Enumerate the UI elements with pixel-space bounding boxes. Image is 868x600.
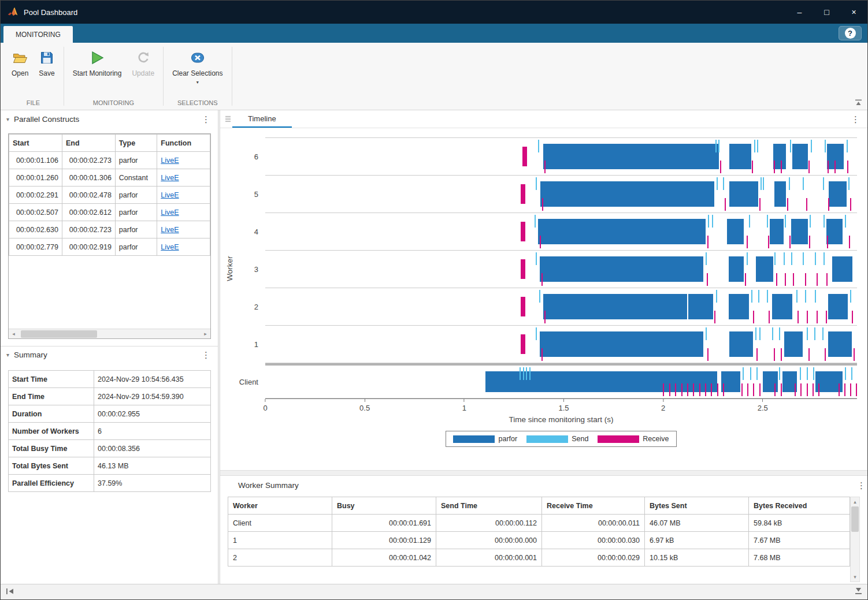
parfor-bar[interactable] bbox=[729, 294, 748, 319]
summary-table: Start Time2024-Nov-29 10:54:56.435End Ti… bbox=[8, 370, 211, 492]
vscrollbar-thumb[interactable] bbox=[851, 506, 859, 532]
function-link[interactable]: LiveE bbox=[161, 208, 179, 217]
function-link[interactable]: LiveE bbox=[161, 191, 179, 199]
receive-tick bbox=[795, 383, 796, 396]
receive-block[interactable] bbox=[522, 147, 527, 166]
receive-block[interactable] bbox=[521, 184, 525, 204]
construct-row[interactable]: 00:00:01.26000:00:01.306ConstantLiveE bbox=[9, 169, 210, 187]
parfor-bar[interactable] bbox=[832, 256, 852, 282]
chevron-down-icon: ▾ bbox=[196, 80, 199, 85]
collapse-toolstrip-button[interactable] bbox=[855, 99, 862, 106]
maximize-button[interactable]: □ bbox=[813, 1, 840, 24]
function-link[interactable]: LiveE bbox=[161, 156, 179, 165]
parfor-bar[interactable] bbox=[829, 181, 847, 207]
timeline-kebab-icon[interactable]: ⋮ bbox=[850, 115, 862, 124]
receive-block[interactable] bbox=[521, 334, 525, 354]
worker-tick-label: 6 bbox=[254, 152, 258, 161]
scroll-left-icon[interactable]: ◂ bbox=[9, 331, 18, 337]
construct-end: 00:00:02.919 bbox=[62, 238, 115, 256]
parfor-bar[interactable] bbox=[772, 294, 792, 319]
scroll-down-icon[interactable]: ▾ bbox=[851, 572, 859, 582]
worker-summary-cell: 00:00:01.691 bbox=[332, 515, 436, 532]
tab-monitoring[interactable]: MONITORING bbox=[3, 26, 73, 43]
parfor-bar[interactable] bbox=[756, 256, 773, 282]
worker-summary-row[interactable]: 100:00:01.12900:00:00.00000:00:00.0306.9… bbox=[228, 532, 850, 549]
parfor-bar[interactable] bbox=[828, 331, 852, 357]
horizontal-scrollbar[interactable]: ◂ ▸ bbox=[9, 329, 210, 338]
parfor-bar[interactable] bbox=[729, 144, 751, 169]
construct-row[interactable]: 00:00:02.29100:00:02.478parforLiveE bbox=[9, 187, 210, 204]
legend-swatch bbox=[526, 435, 568, 443]
parfor-bar[interactable] bbox=[543, 144, 719, 169]
start-monitoring-button[interactable]: Start Monitoring bbox=[68, 47, 127, 80]
scroll-up-icon[interactable]: ▴ bbox=[851, 497, 859, 506]
worker-summary-row[interactable]: Client00:00:01.69100:00:00.11200:00:00.0… bbox=[228, 515, 850, 532]
receive-tick bbox=[759, 198, 761, 211]
hscrollbar-thumb[interactable] bbox=[21, 330, 97, 338]
parfor-bar[interactable] bbox=[792, 144, 807, 169]
parfor-bar[interactable] bbox=[540, 256, 703, 282]
parfor-bar[interactable] bbox=[791, 219, 807, 244]
collapse-left-panel-icon[interactable] bbox=[6, 587, 14, 597]
collapse-bottom-panel-icon[interactable] bbox=[855, 587, 862, 597]
receive-block[interactable] bbox=[521, 259, 525, 279]
construct-row[interactable]: 00:00:01.10600:00:02.273parforLiveE bbox=[9, 152, 210, 169]
construct-row[interactable]: 00:00:02.63000:00:02.723parforLiveE bbox=[9, 221, 210, 238]
scroll-right-icon[interactable]: ▸ bbox=[201, 331, 210, 337]
tab-timeline[interactable]: Timeline bbox=[232, 110, 292, 128]
kebab-menu-icon[interactable]: ⋮ bbox=[200, 115, 212, 124]
receive-block[interactable] bbox=[521, 222, 525, 241]
function-link[interactable]: LiveE bbox=[161, 226, 179, 234]
send-tick bbox=[789, 177, 790, 190]
parfor-bar[interactable] bbox=[828, 294, 848, 319]
parfor-bar[interactable] bbox=[826, 219, 843, 244]
parfor-bar[interactable] bbox=[729, 181, 758, 207]
worker-summary-row[interactable]: 200:00:01.04200:00:00.00100:00:00.02910.… bbox=[228, 549, 850, 567]
parfor-bar[interactable] bbox=[770, 219, 784, 244]
help-button[interactable]: ? bbox=[839, 26, 862, 40]
send-tick bbox=[706, 252, 707, 265]
function-link[interactable]: LiveE bbox=[161, 243, 179, 251]
construct-row[interactable]: 00:00:02.50700:00:02.612parforLiveE bbox=[9, 204, 210, 221]
open-button[interactable]: Open bbox=[6, 47, 34, 80]
parfor-bar[interactable] bbox=[543, 294, 687, 319]
parfor-bar[interactable] bbox=[729, 256, 744, 282]
horizontal-splitter[interactable] bbox=[220, 470, 867, 476]
worker-summary-kebab-icon[interactable]: ⋮ bbox=[855, 481, 867, 490]
send-tick bbox=[779, 327, 780, 340]
send-tick bbox=[805, 290, 806, 303]
update-button[interactable]: Update bbox=[127, 47, 159, 80]
minimize-button[interactable]: – bbox=[786, 1, 813, 24]
receive-tick bbox=[806, 198, 807, 211]
parfor-bar[interactable] bbox=[540, 181, 715, 207]
drag-grip-icon[interactable] bbox=[223, 110, 232, 128]
vertical-scrollbar[interactable]: ▴ ▾ bbox=[850, 497, 860, 582]
parfor-bar[interactable] bbox=[727, 219, 744, 244]
timeline-chart: Worker 654321Client 00.511.522.5 Time si… bbox=[220, 128, 867, 470]
function-link[interactable]: LiveE bbox=[161, 174, 179, 182]
clear-selections-button[interactable]: Clear Selections ▾ bbox=[167, 47, 228, 88]
parfor-bar[interactable] bbox=[729, 331, 753, 357]
receive-tick bbox=[781, 383, 782, 396]
receive-block[interactable] bbox=[521, 297, 525, 316]
receive-tick bbox=[541, 273, 543, 286]
save-button[interactable]: Save bbox=[34, 47, 60, 80]
summary-row: Start Time2024-Nov-29 10:54:56.435 bbox=[9, 371, 211, 388]
send-tick bbox=[539, 290, 540, 303]
receive-tick bbox=[826, 311, 827, 323]
parallel-constructs-table: StartEndTypeFunction 00:00:01.10600:00:0… bbox=[9, 134, 210, 256]
collapse-arrow-icon[interactable]: ▾ bbox=[6, 352, 9, 358]
parfor-bar[interactable] bbox=[784, 331, 803, 357]
kebab-menu-icon[interactable]: ⋮ bbox=[200, 351, 212, 359]
parfor-bar[interactable] bbox=[538, 219, 706, 244]
parfor-bar[interactable] bbox=[540, 331, 703, 357]
receive-tick bbox=[756, 348, 758, 361]
parfor-bar[interactable] bbox=[774, 181, 786, 207]
parfor-bar[interactable] bbox=[688, 294, 713, 319]
send-tick bbox=[717, 177, 718, 190]
collapse-arrow-icon[interactable]: ▾ bbox=[6, 116, 9, 122]
construct-row[interactable]: 00:00:02.77900:00:02.919parforLiveE bbox=[9, 238, 210, 256]
worker-summary-cell: 1 bbox=[228, 532, 332, 549]
close-button[interactable]: × bbox=[840, 1, 867, 24]
timeline-row-2: 2 bbox=[265, 288, 857, 326]
